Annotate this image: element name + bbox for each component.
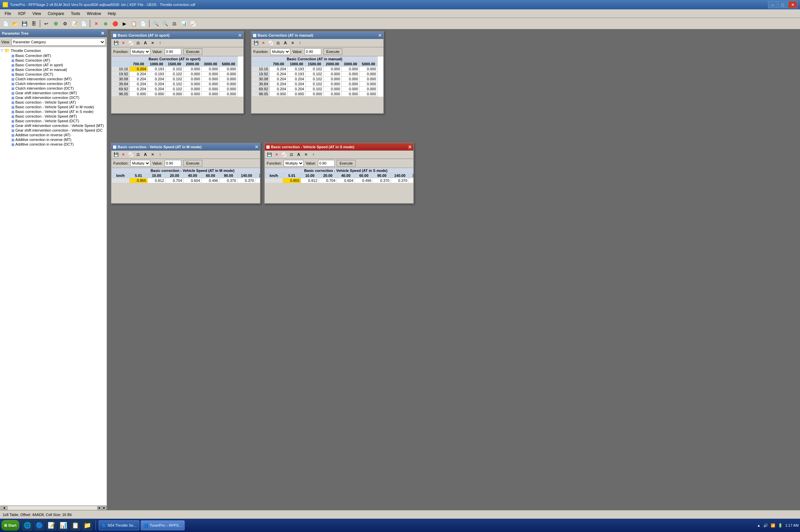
sport-graph-btn[interactable]: 📈 — [127, 40, 134, 46]
taskbar-tunerpro[interactable]: 🟦 TunerPro – RFPS... — [141, 520, 185, 530]
sport-cell-2-5[interactable]: 0.000 — [220, 77, 238, 82]
window-sport-close[interactable]: ✕ — [238, 33, 242, 38]
sport-cell-0-3[interactable]: 0.000 — [184, 66, 202, 72]
manual-cell-2-3[interactable]: 0.000 — [324, 77, 342, 82]
manual-cell-5-2[interactable]: 0.000 — [306, 92, 324, 97]
manual-cell-4-5[interactable]: 0.000 — [360, 87, 378, 92]
mmode-x-btn[interactable]: ✕ — [149, 151, 156, 158]
sport-cell-3-3[interactable]: 0.000 — [184, 82, 202, 87]
sport-execute-btn[interactable]: Execute — [183, 48, 203, 55]
sport-row-0-label[interactable]: 10.16 — [112, 66, 130, 72]
sport-cell-5-5[interactable]: 0.000 — [220, 92, 238, 97]
sport-row-2-label[interactable]: 30.08 — [112, 77, 130, 82]
manual-cell-5-1[interactable]: 0.000 — [288, 92, 306, 97]
manual-row-2[interactable]: 30.08 — [252, 77, 270, 82]
mmode-cell-0-0[interactable]: 0.855 — [130, 178, 148, 183]
tree-item-0[interactable]: ▦ Basic Correction (MT) — [1, 53, 106, 58]
close-button[interactable]: ✕ — [788, 1, 797, 8]
sport-text-btn[interactable]: A — [142, 40, 149, 46]
sport-up-btn[interactable]: ↑ — [157, 40, 163, 46]
sport-cell-3-0[interactable]: 0.204 — [130, 82, 148, 87]
manual-cell-2-2[interactable]: 0.102 — [306, 77, 324, 82]
menu-file[interactable]: File — [1, 10, 14, 17]
menu-view[interactable]: View — [29, 10, 44, 17]
smode-x-btn[interactable]: ✕ — [303, 151, 309, 158]
param-tree-close[interactable]: ✕ — [101, 31, 105, 36]
manual-cell-1-0[interactable]: 0.204 — [270, 72, 288, 77]
save-button[interactable]: 💾 — [20, 19, 29, 28]
sport-row-4-label[interactable]: 69.92 — [112, 87, 130, 92]
sport-cell-5-0[interactable]: 0.000 — [130, 92, 148, 97]
tree-item-18[interactable]: ▦ Additive correction in reverse (MT) — [1, 137, 106, 142]
manual-save-btn[interactable]: 💾 — [253, 40, 259, 46]
search-button[interactable]: 🔍 — [151, 19, 160, 28]
tree-item-11[interactable]: ▦ Basic correction - Vehicle Speed (AT i… — [1, 104, 106, 109]
sport-x-btn[interactable]: ✕ — [149, 40, 156, 46]
scale-button[interactable]: ⚖ — [170, 19, 179, 28]
graph-button[interactable]: 📊 — [179, 19, 188, 28]
manual-row-3[interactable]: 39.84 — [252, 82, 270, 87]
sport-val-input[interactable]: 0.90 — [165, 48, 181, 55]
minimize-button[interactable]: – — [768, 1, 777, 8]
tray-volume[interactable]: 🔊 — [763, 523, 768, 528]
smode-func-select[interactable]: Multiply — [284, 160, 304, 167]
manual-cell-5-3[interactable]: 0.000 — [324, 92, 342, 97]
log-button[interactable]: 🔴 — [111, 19, 119, 28]
sport-cell-4-0[interactable]: 0.204 — [130, 87, 148, 92]
manual-cell-3-0[interactable]: 0.204 — [270, 82, 288, 87]
sport-cell-1-4[interactable]: 0.000 — [202, 72, 220, 77]
tree-item-16[interactable]: ▦ Gear shift intervention correction - V… — [1, 128, 106, 133]
sport-cell-5-4[interactable]: 0.000 — [202, 92, 220, 97]
manual-cell-1-2[interactable]: 0.102 — [306, 72, 324, 77]
script-button[interactable]: 📝 — [70, 19, 79, 28]
taskbar-ppt[interactable]: 📋 — [70, 520, 81, 531]
start-button[interactable]: ⊞ Start — [1, 520, 19, 531]
extra-button[interactable]: 📈 — [189, 19, 197, 28]
manual-cell-0-3[interactable]: 0.000 — [324, 66, 342, 72]
tree-hscroll[interactable]: ◀ ▶ ▶ — [0, 505, 107, 510]
tree-item-14[interactable]: ▦ Basic correction - Vehicle Speed (DCT) — [1, 119, 106, 123]
manual-cell-2-4[interactable]: 0.000 — [342, 77, 360, 82]
maximize-button[interactable]: □ — [778, 1, 787, 8]
manual-cell-0-5[interactable]: 0.000 — [360, 66, 378, 72]
sport-cell-3-1[interactable]: 0.204 — [148, 82, 166, 87]
smode-text-btn[interactable]: A — [295, 151, 302, 158]
taskbar-chrome[interactable]: 🔵 — [34, 520, 45, 531]
manual-cell-1-5[interactable]: 0.000 — [360, 72, 378, 77]
tree-item-15[interactable]: ▦ Gear shift intervention correction - V… — [1, 123, 106, 128]
tree-item-3[interactable]: ▦ Basic Correction (AT in manual) — [1, 67, 106, 72]
manual-cell-0-1[interactable]: 0.193 — [288, 66, 306, 72]
mmode-execute-btn[interactable]: Execute — [183, 160, 203, 167]
manual-cell-4-1[interactable]: 0.204 — [288, 87, 306, 92]
taskbar-excel[interactable]: 📊 — [58, 520, 69, 531]
mmode-cell-0-6[interactable]: 0.370 — [238, 178, 256, 183]
manual-cell-2-1[interactable]: 0.204 — [288, 77, 306, 82]
tray-arrow[interactable]: ▲ — [757, 523, 761, 527]
taskbar-n54[interactable]: 🔵 N54 Throttle Se... — [99, 520, 139, 530]
taskbar-explorer[interactable]: 🌐 — [22, 520, 33, 531]
tree-item-root[interactable]: ▽ 📁 Throttle Correction — [1, 48, 106, 53]
smode-scale-btn[interactable]: ⚖ — [288, 151, 295, 158]
tree-item-1[interactable]: ▦ Basic Correction (AT) — [1, 58, 106, 63]
undo-button[interactable]: ↩ — [42, 19, 51, 28]
sport-cell-5-2[interactable]: 0.000 — [166, 92, 184, 97]
smode-val-input[interactable] — [318, 160, 335, 167]
delete-button[interactable]: ✕ — [92, 19, 101, 28]
manual-row-0[interactable]: 10.16 — [252, 66, 270, 72]
tree-item-8[interactable]: ▦ Gear shift intervention correction (MT… — [1, 91, 106, 95]
blank-button[interactable]: 📄 — [139, 19, 147, 28]
taskbar-files[interactable]: 📁 — [82, 520, 93, 531]
sport-scale-btn[interactable]: ⚖ — [135, 40, 141, 46]
mmode-save-btn[interactable]: 💾 — [113, 151, 119, 158]
manual-execute-btn[interactable]: Execute — [323, 48, 343, 55]
manual-scale-btn[interactable]: ⚖ — [275, 40, 281, 46]
manual-cell-3-3[interactable]: 0.000 — [324, 82, 342, 87]
menu-xdf[interactable]: XDF — [14, 10, 29, 17]
smode-cell-0-7[interactable]: 0.370 — [409, 178, 414, 183]
tree-item-2[interactable]: ▦ Basic Correction (AT in sport) — [1, 63, 106, 67]
tree-item-13[interactable]: ▦ Basic correction - Vehicle Speed (MT) — [1, 114, 106, 119]
sport-func-select[interactable]: Multiply — [130, 48, 150, 55]
manual-up-btn[interactable]: ↑ — [297, 40, 303, 46]
taskbar-word[interactable]: 📝 — [46, 520, 57, 531]
mmode-func-select[interactable]: Multiply — [130, 160, 150, 167]
